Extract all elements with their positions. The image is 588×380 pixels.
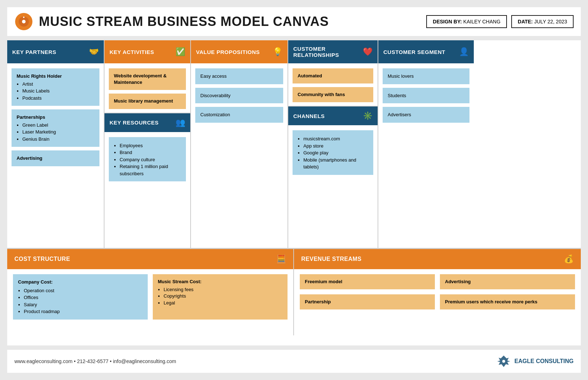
list-item: Offices	[24, 294, 143, 301]
value-propositions-col: VALUE PROPOSITIONS 💡 Easy access Discove…	[191, 40, 288, 248]
footer-company: EAGLE CONSULTING	[514, 358, 574, 365]
list-item: musicstream.com	[303, 135, 368, 142]
customer-segment-col: CUSTOMER SEGMENT 👤 Music lovers Students…	[378, 40, 474, 248]
key-resources-header: KEY RESOURCES 👥	[104, 113, 190, 132]
list-item: Product roadmap	[24, 308, 143, 315]
resources-list: Employees Brand Company culture Retainin…	[120, 142, 181, 177]
footer-contact: www.eagleconsulting.com • 212-432-6577 •…	[14, 358, 176, 364]
key-resources-section: KEY RESOURCES 👥 Employees Brand Company …	[104, 113, 190, 187]
revenue-icon: 💰	[564, 254, 574, 264]
page: MUSIC STREAM BUSINESS MODEL CANVAS DESIG…	[0, 0, 588, 380]
list-item: Laser Marketing	[22, 128, 94, 136]
list-item: Company Cost: Operation cost Offices Sal…	[13, 274, 148, 320]
key-activities-title: KEY ACTIVITIES	[110, 49, 154, 55]
card-text: Advertising	[445, 279, 471, 284]
channels-list: musicstream.com App store Google play Mo…	[303, 135, 368, 171]
list-item: Google play	[303, 149, 368, 157]
channels-icon: ✳️	[363, 111, 373, 121]
list-item: Company culture	[120, 156, 181, 163]
list-item: Brand	[120, 149, 181, 156]
list-item: Salary	[24, 301, 143, 308]
activities-icon: ✅	[175, 47, 186, 56]
svg-point-3	[23, 17, 24, 18]
header: MUSIC STREAM BUSINESS MODEL CANVAS DESIG…	[7, 7, 581, 36]
list-item: App store	[303, 142, 368, 150]
card-heading: Partnerships	[17, 114, 45, 120]
list-item: Premium users which receive more perks	[440, 294, 575, 309]
card-text: Premium users which receive more perks	[445, 299, 538, 304]
customer-relationships-body: Automated Community with fans	[288, 63, 378, 106]
card-heading: Advertising	[17, 155, 43, 161]
list-item: Community with fans	[293, 87, 373, 102]
list-item: Employees	[120, 142, 181, 149]
card-text: Partnership	[305, 299, 331, 304]
customer-relationships-header: CUSTOMERRELATIONSHIPS ❤️	[288, 40, 378, 63]
card-heading: Music Rights Holder	[17, 73, 62, 79]
value-propositions-body: Easy access Discoverability Customizatio…	[191, 63, 288, 248]
list-item: Music lovers	[383, 68, 469, 84]
page-title: MUSIC STREAM BUSINESS MODEL CANVAS	[39, 14, 420, 29]
customer-relationships-section: CUSTOMERRELATIONSHIPS ❤️ Automated Commu…	[288, 40, 378, 107]
list-item: Retaining 1 million paid subscribers	[120, 163, 181, 177]
key-resources-body: Employees Brand Company culture Retainin…	[104, 132, 190, 187]
revenue-streams-body: Freemium model Advertising Partnership P…	[294, 269, 581, 315]
value-propositions-title: VALUE PROPOSITIONS	[196, 49, 260, 55]
key-partners-body: Music Rights Holder Artist Music Labels …	[7, 63, 104, 248]
list-item: Customization	[195, 107, 283, 123]
key-partners-col: KEY PARTNERS 🤝 Music Rights Holder Artis…	[7, 40, 104, 248]
cd-icon	[14, 12, 33, 31]
channels-section: CHANNELS ✳️ musicstream.com App store Go…	[288, 107, 378, 180]
cost-structure-header: COST STRUCTURE 🧮	[7, 249, 293, 269]
list-item: Students	[383, 88, 469, 104]
vp-icon: 💡	[273, 47, 283, 56]
footer-logo: EAGLE CONSULTING	[496, 355, 574, 368]
list-item: Employees Brand Company culture Retainin…	[109, 137, 186, 182]
date-box: DATE: JULY 22, 2023	[511, 15, 574, 28]
revenue-row2: Partnership Premium users which receive …	[300, 294, 575, 309]
key-resources-title: KEY RESOURCES	[110, 119, 159, 126]
card-heading: Music Stream Cost:	[158, 279, 201, 284]
revenue-streams-title: REVENUE STREAMS	[301, 256, 362, 262]
card-list: Operation cost Offices Salary Product ro…	[24, 287, 143, 315]
design-value: KAILEY CHANG	[463, 19, 500, 24]
channels-title: CHANNELS	[293, 113, 325, 119]
revenue-streams-col: REVENUE STREAMS 💰 Freemium model Adverti…	[294, 249, 581, 335]
list-item: Website development & Maintenance	[109, 68, 186, 90]
card-list: Green Label Laser Marketing Genius Brain	[22, 122, 94, 143]
activities-resources-col: KEY ACTIVITIES ✅ Website development & M…	[104, 40, 191, 248]
customer-segment-header: CUSTOMER SEGMENT 👤	[378, 40, 474, 63]
key-partners-header: KEY PARTNERS 🤝	[7, 40, 104, 63]
list-item: Advertising	[12, 150, 99, 166]
cost-structure-body: Company Cost: Operation cost Offices Sal…	[7, 269, 293, 325]
list-item: Music library management	[109, 94, 186, 109]
customer-segment-body: Music lovers Students Advertisers	[378, 63, 474, 248]
list-item: Legal	[164, 300, 282, 306]
channels-header: CHANNELS ✳️	[288, 107, 378, 125]
cr-channels-col: CUSTOMERRELATIONSHIPS ❤️ Automated Commu…	[288, 40, 378, 248]
canvas: KEY PARTNERS 🤝 Music Rights Holder Artis…	[7, 40, 581, 345]
cr-icon: ❤️	[363, 47, 373, 56]
list-item: Partnerships Green Label Laser Marketing…	[12, 109, 99, 147]
list-item: Mobile (smartphones and tablets)	[303, 157, 368, 171]
key-activities-header: KEY ACTIVITIES ✅	[104, 40, 190, 63]
customer-segment-title: CUSTOMER SEGMENT	[383, 49, 445, 55]
cost-structure-col: COST STRUCTURE 🧮 Company Cost: Operation…	[7, 249, 294, 335]
date-value: JULY 22, 2023	[534, 19, 567, 24]
list-item: Genius Brain	[22, 136, 94, 143]
card-text: Freemium model	[305, 279, 342, 284]
key-activities-section: KEY ACTIVITIES ✅ Website development & M…	[104, 40, 190, 113]
key-activities-body: Website development & Maintenance Music …	[104, 63, 190, 113]
design-label: DESIGN BY:	[433, 19, 462, 24]
card-heading: Company Cost:	[18, 279, 53, 285]
list-item: Music Labels	[22, 87, 94, 95]
design-by-box: DESIGN BY: KAILEY CHANG	[426, 15, 507, 28]
value-propositions-header: VALUE PROPOSITIONS 💡	[191, 40, 288, 63]
card-list: Licensing fees Copyrights Legal	[164, 286, 282, 306]
key-partners-title: KEY PARTNERS	[12, 49, 56, 55]
svg-point-2	[22, 20, 26, 23]
list-item: Advertising	[440, 274, 575, 289]
bottom-section: COST STRUCTURE 🧮 Company Cost: Operation…	[7, 249, 581, 335]
list-item: Automated	[293, 68, 373, 83]
card-list: Artist Music Labels Podcasts	[22, 81, 94, 102]
eagle-icon	[496, 355, 511, 368]
